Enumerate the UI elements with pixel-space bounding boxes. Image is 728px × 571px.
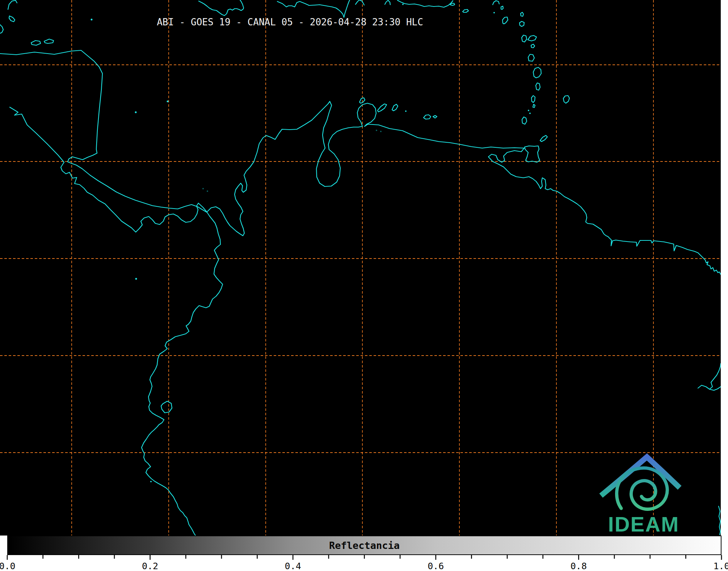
island-dot [402,4,404,5]
island-dot [91,19,93,21]
tick-label: 0.2 [142,561,158,571]
logo-text: IDEAM [608,512,679,536]
satellite-image-viewer: ABI - GOES 19 - CANAL 05 - 2026-04-28 23… [0,0,728,571]
logo-spiral-icon [617,468,668,509]
colorbar-label: Reflectancia [8,536,721,554]
island-dot [167,101,169,102]
island-dot [405,110,407,112]
cloud-speck [207,190,208,192]
colorbar-axis: 0.00.20.40.60.81.0 [0,555,728,571]
island-dot [135,112,137,113]
cloud-speck [376,130,377,131]
tick-label: 0.6 [428,561,444,571]
island-dot [493,12,495,13]
cloud-speck [380,131,382,132]
island-dot [150,481,152,482]
tick-label: 1.0 [713,561,728,571]
cloud-speck [202,188,204,189]
island-dot [135,278,137,280]
island-dot [528,110,529,111]
ideam-logo: IDEAM [597,450,691,537]
island-dot [529,113,531,114]
image-title: ABI - GOES 19 - CANAL 05 - 2026-04-28 23… [157,17,423,28]
colorbar: Reflectancia [7,536,721,555]
tick-label: 0.4 [285,561,301,571]
tick-label: 0.8 [571,561,587,571]
tick-label: 0.0 [0,561,16,571]
